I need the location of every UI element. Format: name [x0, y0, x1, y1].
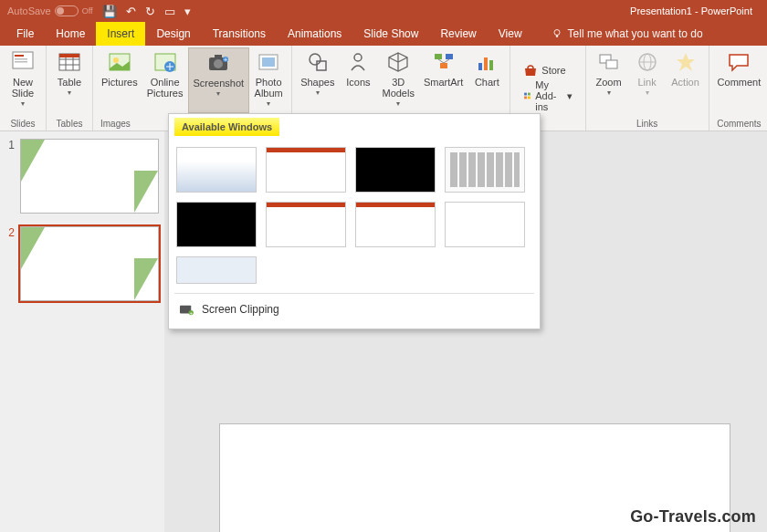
chart-icon [474, 49, 499, 75]
svg-rect-31 [478, 63, 482, 70]
zoom-button[interactable]: Zoom ▾ [590, 47, 628, 113]
icons-icon [345, 49, 371, 75]
dropdown-icon: ▾ [567, 90, 573, 102]
window-thumbnail[interactable] [445, 147, 525, 193]
svg-point-13 [113, 57, 119, 63]
group-slides-label: Slides [4, 119, 42, 130]
svg-text:+: + [190, 310, 193, 316]
screen-clipping-label: Screen Clipping [202, 303, 279, 316]
window-thumbnail[interactable] [355, 202, 436, 247]
3d-models-button[interactable]: 3D Models ▾ [377, 47, 418, 113]
window-thumbnail[interactable] [355, 147, 436, 193]
tab-review[interactable]: Review [429, 22, 487, 46]
dropdown-icon: ▾ [607, 89, 611, 98]
autosave-switch[interactable] [55, 5, 79, 16]
dropdown-icon: ▾ [21, 100, 25, 109]
slide-number: 1 [5, 139, 15, 214]
svg-rect-3 [15, 55, 24, 57]
svg-point-25 [354, 54, 362, 61]
redo-icon[interactable]: ↻ [145, 5, 155, 18]
tab-insert[interactable]: Insert [96, 22, 145, 46]
slide-number: 2 [5, 226, 15, 301]
shapes-icon [305, 49, 331, 75]
dropdown-icon: ▾ [316, 89, 320, 98]
svg-rect-22 [262, 57, 275, 67]
zoom-icon [596, 49, 622, 75]
group-comments-label: Comments [713, 119, 766, 130]
tab-file[interactable]: File [5, 22, 45, 46]
screen-clipping-button[interactable]: + Screen Clipping [169, 294, 540, 329]
action-button[interactable]: Action [667, 47, 705, 113]
watermark-text: Go-Travels.com [630, 507, 756, 527]
svg-rect-34 [524, 93, 527, 96]
photo-album-button[interactable]: Photo Album ▾ [249, 47, 288, 113]
comment-button[interactable]: Comment [713, 47, 766, 113]
svg-rect-33 [489, 60, 493, 70]
svg-text:+: + [224, 57, 227, 63]
screenshot-dropdown: Available Windows + Screen Clipping [168, 113, 541, 329]
svg-rect-11 [59, 54, 79, 57]
svg-rect-2 [13, 52, 33, 68]
start-slideshow-icon[interactable]: ▭ [164, 5, 175, 18]
icons-button[interactable]: Icons [339, 47, 377, 113]
svg-rect-18 [215, 55, 222, 58]
smartart-icon [431, 49, 457, 75]
window-title: Presentation1 - PowerPoint [191, 5, 760, 16]
tab-slideshow[interactable]: Slide Show [352, 22, 429, 46]
svg-rect-5 [15, 61, 27, 63]
svg-point-23 [310, 54, 320, 65]
svg-rect-36 [524, 97, 527, 99]
comment-icon [726, 49, 751, 75]
autosave-label: AutoSave [7, 5, 51, 16]
tab-view[interactable]: View [488, 22, 533, 46]
store-icon [523, 63, 538, 78]
undo-icon[interactable]: ↶ [126, 5, 136, 18]
dropdown-icon: ▾ [267, 100, 270, 109]
tab-animations[interactable]: Animations [277, 22, 352, 46]
svg-rect-27 [446, 54, 453, 59]
pictures-icon [107, 49, 132, 75]
chart-button[interactable]: Chart [468, 47, 506, 113]
tab-design[interactable]: Design [145, 22, 201, 46]
new-slide-button[interactable]: New Slide ▾ [4, 47, 42, 113]
tab-home[interactable]: Home [45, 22, 96, 46]
svg-rect-28 [440, 63, 447, 68]
svg-line-29 [438, 59, 444, 63]
table-icon [57, 49, 82, 75]
slide-thumbnail[interactable] [20, 139, 159, 214]
screen-clipping-icon: + [178, 303, 194, 316]
table-button[interactable]: Table ▾ [50, 47, 89, 113]
screenshot-button[interactable]: + Screenshot ▾ [188, 47, 250, 113]
pictures-button[interactable]: Pictures [97, 47, 142, 113]
qat-more-icon[interactable]: ▾ [184, 5, 191, 18]
available-windows-header: Available Windows [174, 118, 279, 136]
svg-rect-32 [484, 57, 488, 70]
store-button[interactable]: Store [518, 60, 571, 80]
tell-me-label: Tell me what you want to do [568, 27, 703, 40]
window-thumbnail[interactable] [176, 256, 257, 284]
group-tables-label: Tables [50, 119, 89, 130]
slide-thumbnail-pane[interactable]: 1 2 [0, 131, 164, 532]
online-pictures-button[interactable]: Online Pictures [142, 47, 188, 113]
link-button[interactable]: Link ▾ [628, 47, 667, 113]
window-thumbnail[interactable] [266, 147, 346, 193]
shapes-button[interactable]: Shapes ▾ [296, 47, 339, 113]
tab-transitions[interactable]: Transitions [202, 22, 277, 46]
autosave-toggle[interactable]: AutoSave Off [7, 5, 93, 16]
svg-rect-24 [317, 61, 326, 70]
svg-rect-35 [528, 93, 531, 96]
slide-thumbnail[interactable] [20, 226, 159, 301]
dropdown-icon: ▾ [68, 89, 71, 98]
window-thumbnail[interactable] [445, 202, 525, 247]
dropdown-icon: ▾ [646, 89, 649, 98]
window-thumbnail[interactable] [176, 202, 257, 247]
save-icon[interactable]: 💾 [102, 5, 117, 18]
my-addins-button[interactable]: My Add-ins ▾ [518, 86, 577, 106]
screenshot-icon: + [205, 50, 231, 76]
svg-rect-39 [606, 60, 617, 68]
online-pictures-icon [152, 49, 178, 75]
window-thumbnail[interactable] [266, 202, 346, 247]
window-thumbnail[interactable] [176, 147, 257, 193]
tell-me-search[interactable]: Tell me what you want to do [552, 27, 703, 40]
smartart-button[interactable]: SmartArt [419, 47, 468, 113]
